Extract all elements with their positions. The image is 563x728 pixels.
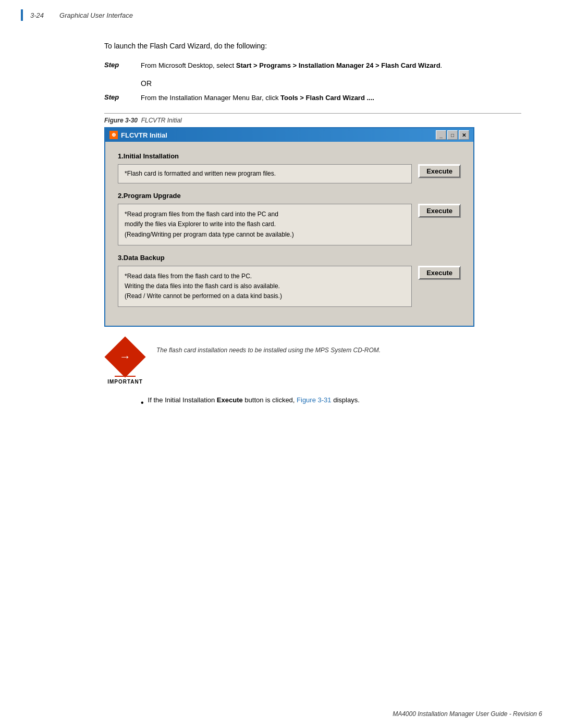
- page-header: 3-24 Graphical User Interface: [0, 0, 563, 26]
- section-3: 3.Data Backup *Read data files from the …: [118, 254, 461, 307]
- section-1-line-1: *Flash card is formatted and written new…: [125, 170, 276, 177]
- flcvtr-dialog: ⊕ FLCVTR Initial _ □ ✕ 1.Initial Install…: [104, 127, 474, 327]
- section-2-heading: 2.Program Upgrade: [118, 192, 461, 200]
- section-title: Graphical User Interface: [59, 11, 133, 19]
- close-button[interactable]: ✕: [459, 130, 469, 140]
- section-1-infobox: *Flash card is formatted and written new…: [118, 164, 412, 183]
- titlebar-left: ⊕ FLCVTR Initial: [109, 131, 167, 139]
- figure-caption: Figure 3-30 FLCVTR Initial: [104, 113, 521, 124]
- section-3-line-2: Writing the data files into the flash ca…: [125, 281, 405, 291]
- section-2-line-3: (Reading/Writing per program data type c…: [125, 230, 405, 240]
- dialog-app-icon: ⊕: [109, 131, 118, 139]
- arrow-icon: →: [119, 350, 131, 364]
- dialog-titlebar: ⊕ FLCVTR Initial _ □ ✕: [105, 128, 473, 142]
- figure-label: Figure 3-30: [104, 117, 138, 124]
- section-2-line-1: *Read program files from the flash card …: [125, 209, 405, 219]
- bullet-text-1: If the Initial Installation Execute butt…: [148, 395, 360, 405]
- dialog-body: 1.Initial Installation *Flash card is fo…: [105, 142, 473, 326]
- step-2-text: From the Installation Manager Menu Bar, …: [141, 93, 521, 103]
- dialog-title: FLCVTR Initial: [121, 131, 167, 139]
- section-1: 1.Initial Installation *Flash card is fo…: [118, 152, 461, 183]
- section-2-infobox: *Read program files from the flash card …: [118, 204, 412, 245]
- step-1-text: From Microsoft Desktop, select Start > P…: [141, 60, 521, 71]
- bullet-item-1: • If the Initial Installation Execute bu…: [141, 395, 521, 409]
- figure-title: FLCVTR Initial: [141, 117, 182, 124]
- section-3-line-3: (Read / Write cannot be performed on a d…: [125, 291, 405, 301]
- section-1-execute-button[interactable]: Execute: [418, 164, 461, 178]
- section-3-heading: 3.Data Backup: [118, 254, 461, 262]
- step-2-label: Step: [104, 93, 141, 101]
- section-3-row: *Read data files from the flash card to …: [118, 266, 461, 307]
- page: 3-24 Graphical User Interface To launch …: [0, 0, 563, 728]
- intro-text: To launch the Flash Card Wizard, do the …: [104, 42, 521, 50]
- section-1-heading: 1.Initial Installation: [118, 152, 461, 160]
- section-3-line-1: *Read data files from the flash card to …: [125, 272, 405, 281]
- minimize-button[interactable]: _: [436, 130, 446, 140]
- main-content: To launch the Flash Card Wizard, do the …: [0, 26, 563, 425]
- bullet-dot: •: [141, 397, 144, 409]
- section-2: 2.Program Upgrade *Read program files fr…: [118, 192, 461, 245]
- section-1-row: *Flash card is formatted and written new…: [118, 164, 461, 183]
- page-number: 3-24: [30, 11, 44, 19]
- header-accent-bar: [21, 9, 23, 21]
- maximize-button[interactable]: □: [447, 130, 458, 140]
- important-block: → IMPORTANT The flash card installation …: [104, 342, 521, 385]
- footer-text: MA4000 Installation Manager User Guide -…: [393, 710, 542, 718]
- step-2-block: Step From the Installation Manager Menu …: [104, 93, 521, 103]
- section-3-execute-button[interactable]: Execute: [418, 266, 461, 280]
- page-footer: MA4000 Installation Manager User Guide -…: [393, 710, 542, 718]
- dialog-controls: _ □ ✕: [436, 130, 469, 140]
- important-label: IMPORTANT: [107, 379, 143, 385]
- bullet-section: • If the Initial Installation Execute bu…: [141, 395, 521, 409]
- step-1-block: Step From Microsoft Desktop, select Star…: [104, 60, 521, 71]
- section-2-line-2: modify the files via Explorer to write i…: [125, 219, 405, 229]
- section-2-row: *Read program files from the flash card …: [118, 204, 461, 245]
- diamond-icon: →: [104, 337, 145, 378]
- step-1-label: Step: [104, 60, 141, 69]
- section-2-execute-button[interactable]: Execute: [418, 204, 461, 218]
- important-icon-group: → IMPORTANT: [104, 342, 146, 385]
- or-divider: OR: [141, 79, 521, 88]
- section-3-infobox: *Read data files from the flash card to …: [118, 266, 412, 307]
- important-text: The flash card installation needs to be …: [156, 342, 381, 355]
- figure-link[interactable]: Figure 3-31: [297, 396, 331, 404]
